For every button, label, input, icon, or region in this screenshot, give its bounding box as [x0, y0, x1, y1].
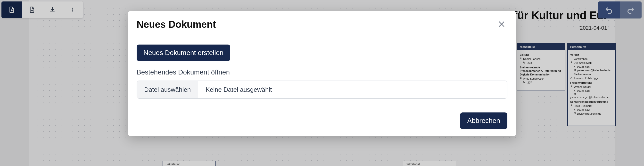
create-document-button[interactable]: Neues Dokument erstellen	[136, 45, 230, 61]
cancel-button[interactable]: Abbrechen	[460, 112, 508, 129]
file-status-label: Keine Datei ausgewählt	[198, 81, 507, 98]
modal-title: Neues Dokument	[136, 19, 216, 30]
open-existing-label: Bestehendes Dokument öffnen	[136, 68, 508, 76]
new-document-modal: Neues Dokument Neues Dokument erstellen …	[128, 11, 516, 136]
choose-file-button[interactable]: Datei auswählen	[137, 81, 198, 98]
file-picker: Datei auswählen Keine Datei ausgewählt	[136, 80, 508, 99]
close-icon	[497, 20, 506, 29]
close-button[interactable]	[496, 18, 508, 31]
